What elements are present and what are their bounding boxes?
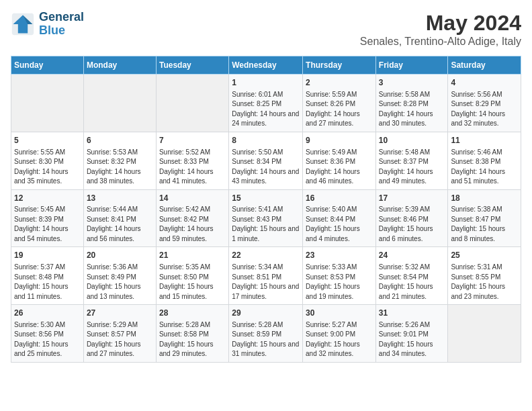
calendar-cell: 14Sunrise: 5:42 AM Sunset: 8:42 PM Dayli… (156, 189, 228, 247)
calendar-cell: 11Sunrise: 5:46 AM Sunset: 8:38 PM Dayli… (448, 132, 521, 189)
calendar-subtitle: Senales, Trentino-Alto Adige, Italy (360, 36, 521, 48)
day-info: Sunrise: 5:34 AM Sunset: 8:51 PM Dayligh… (232, 263, 300, 302)
day-info: Sunrise: 5:52 AM Sunset: 8:33 PM Dayligh… (159, 148, 226, 187)
day-info: Sunrise: 5:42 AM Sunset: 8:42 PM Dayligh… (159, 205, 226, 244)
day-number: 8 (232, 135, 300, 146)
day-number: 20 (87, 250, 153, 261)
calendar-week-row: 1Sunrise: 6:01 AM Sunset: 8:25 PM Daylig… (11, 75, 521, 132)
calendar-cell: 2Sunrise: 5:59 AM Sunset: 8:26 PM Daylig… (303, 75, 376, 132)
day-info: Sunrise: 5:36 AM Sunset: 8:49 PM Dayligh… (87, 263, 153, 302)
calendar-table: SundayMondayTuesdayWednesdayThursdayFrid… (11, 56, 521, 363)
calendar-cell: 1Sunrise: 6:01 AM Sunset: 8:25 PM Daylig… (229, 75, 303, 132)
calendar-cell: 5Sunrise: 5:55 AM Sunset: 8:30 PM Daylig… (11, 132, 84, 189)
calendar-cell (83, 75, 156, 132)
day-info: Sunrise: 5:38 AM Sunset: 8:47 PM Dayligh… (451, 205, 518, 244)
calendar-cell: 7Sunrise: 5:52 AM Sunset: 8:33 PM Daylig… (156, 132, 228, 189)
day-number: 15 (232, 193, 300, 204)
calendar-cell: 23Sunrise: 5:33 AM Sunset: 8:53 PM Dayli… (303, 247, 376, 305)
day-info: Sunrise: 5:56 AM Sunset: 8:29 PM Dayligh… (451, 90, 518, 129)
day-number: 2 (306, 77, 373, 89)
logo-icon (11, 12, 35, 36)
day-info: Sunrise: 5:50 AM Sunset: 8:34 PM Dayligh… (232, 148, 300, 187)
day-number: 6 (87, 135, 153, 146)
calendar-cell: 15Sunrise: 5:41 AM Sunset: 8:43 PM Dayli… (229, 189, 303, 247)
day-info: Sunrise: 5:39 AM Sunset: 8:46 PM Dayligh… (379, 205, 445, 244)
day-number: 24 (379, 250, 445, 261)
weekday-header: Saturday (448, 56, 521, 75)
calendar-cell: 26Sunrise: 5:30 AM Sunset: 8:56 PM Dayli… (11, 305, 84, 363)
calendar-body: 1Sunrise: 6:01 AM Sunset: 8:25 PM Daylig… (11, 75, 521, 363)
day-info: Sunrise: 5:40 AM Sunset: 8:44 PM Dayligh… (306, 205, 373, 244)
calendar-cell: 16Sunrise: 5:40 AM Sunset: 8:44 PM Dayli… (303, 189, 376, 247)
day-number: 11 (451, 135, 518, 146)
day-info: Sunrise: 5:49 AM Sunset: 8:36 PM Dayligh… (306, 148, 373, 187)
weekday-header: Sunday (11, 56, 84, 75)
day-info: Sunrise: 5:48 AM Sunset: 8:37 PM Dayligh… (379, 148, 445, 187)
weekday-header: Wednesday (229, 56, 303, 75)
day-info: Sunrise: 5:35 AM Sunset: 8:50 PM Dayligh… (159, 263, 226, 302)
calendar-cell: 6Sunrise: 5:53 AM Sunset: 8:32 PM Daylig… (83, 132, 156, 189)
calendar-cell: 31Sunrise: 5:26 AM Sunset: 9:01 PM Dayli… (375, 305, 448, 363)
calendar-cell: 27Sunrise: 5:29 AM Sunset: 8:57 PM Dayli… (83, 305, 156, 363)
day-info: Sunrise: 5:32 AM Sunset: 8:54 PM Dayligh… (379, 263, 445, 302)
calendar-cell: 12Sunrise: 5:45 AM Sunset: 8:39 PM Dayli… (11, 189, 84, 247)
calendar-cell: 28Sunrise: 5:28 AM Sunset: 8:58 PM Dayli… (156, 305, 228, 363)
day-info: Sunrise: 5:26 AM Sunset: 9:01 PM Dayligh… (379, 320, 445, 359)
calendar-week-row: 12Sunrise: 5:45 AM Sunset: 8:39 PM Dayli… (11, 189, 521, 247)
calendar-cell: 13Sunrise: 5:44 AM Sunset: 8:41 PM Dayli… (83, 189, 156, 247)
calendar-cell: 17Sunrise: 5:39 AM Sunset: 8:46 PM Dayli… (375, 189, 448, 247)
calendar-week-row: 5Sunrise: 5:55 AM Sunset: 8:30 PM Daylig… (11, 132, 521, 189)
calendar-cell (448, 305, 521, 363)
day-info: Sunrise: 5:59 AM Sunset: 8:26 PM Dayligh… (306, 90, 373, 129)
calendar-cell: 20Sunrise: 5:36 AM Sunset: 8:49 PM Dayli… (83, 247, 156, 305)
day-number: 13 (87, 193, 153, 204)
day-number: 17 (379, 193, 445, 204)
calendar-cell: 8Sunrise: 5:50 AM Sunset: 8:34 PM Daylig… (229, 132, 303, 189)
title-area: May 2024 Senales, Trentino-Alto Adige, I… (360, 11, 521, 48)
day-number: 23 (306, 250, 373, 261)
calendar-week-row: 26Sunrise: 5:30 AM Sunset: 8:56 PM Dayli… (11, 305, 521, 363)
day-info: Sunrise: 5:27 AM Sunset: 9:00 PM Dayligh… (306, 320, 373, 359)
weekday-header: Tuesday (156, 56, 228, 75)
calendar-cell: 19Sunrise: 5:37 AM Sunset: 8:48 PM Dayli… (11, 247, 84, 305)
day-number: 25 (451, 250, 518, 261)
calendar-cell: 29Sunrise: 5:28 AM Sunset: 8:59 PM Dayli… (229, 305, 303, 363)
day-number: 29 (232, 308, 300, 319)
day-info: Sunrise: 5:44 AM Sunset: 8:41 PM Dayligh… (87, 205, 153, 244)
day-info: Sunrise: 5:31 AM Sunset: 8:55 PM Dayligh… (451, 263, 518, 302)
day-info: Sunrise: 5:58 AM Sunset: 8:28 PM Dayligh… (379, 90, 445, 129)
day-number: 14 (159, 193, 226, 204)
day-number: 18 (451, 193, 518, 204)
calendar-cell: 25Sunrise: 5:31 AM Sunset: 8:55 PM Dayli… (448, 247, 521, 305)
day-number: 3 (379, 77, 445, 89)
day-number: 28 (159, 308, 226, 319)
calendar-cell: 4Sunrise: 5:56 AM Sunset: 8:29 PM Daylig… (448, 75, 521, 132)
calendar-cell: 9Sunrise: 5:49 AM Sunset: 8:36 PM Daylig… (303, 132, 376, 189)
day-info: Sunrise: 5:45 AM Sunset: 8:39 PM Dayligh… (14, 205, 81, 244)
day-info: Sunrise: 6:01 AM Sunset: 8:25 PM Dayligh… (232, 90, 300, 129)
weekday-header: Friday (375, 56, 448, 75)
day-number: 10 (379, 135, 445, 146)
day-info: Sunrise: 5:41 AM Sunset: 8:43 PM Dayligh… (232, 205, 300, 244)
calendar-cell: 21Sunrise: 5:35 AM Sunset: 8:50 PM Dayli… (156, 247, 228, 305)
calendar-header-row: SundayMondayTuesdayWednesdayThursdayFrid… (11, 56, 521, 75)
calendar-cell: 3Sunrise: 5:58 AM Sunset: 8:28 PM Daylig… (375, 75, 448, 132)
calendar-cell (11, 75, 84, 132)
day-info: Sunrise: 5:55 AM Sunset: 8:30 PM Dayligh… (14, 148, 81, 187)
day-number: 1 (232, 77, 300, 89)
day-number: 22 (232, 250, 300, 261)
day-number: 26 (14, 308, 81, 319)
day-info: Sunrise: 5:28 AM Sunset: 8:58 PM Dayligh… (159, 320, 226, 359)
day-number: 16 (306, 193, 373, 204)
day-info: Sunrise: 5:28 AM Sunset: 8:59 PM Dayligh… (232, 320, 300, 359)
day-number: 5 (14, 135, 81, 146)
day-number: 9 (306, 135, 373, 146)
day-info: Sunrise: 5:37 AM Sunset: 8:48 PM Dayligh… (14, 263, 81, 302)
calendar-title: May 2024 (360, 11, 521, 36)
calendar-cell: 30Sunrise: 5:27 AM Sunset: 9:00 PM Dayli… (303, 305, 376, 363)
calendar-cell: 18Sunrise: 5:38 AM Sunset: 8:47 PM Dayli… (448, 189, 521, 247)
day-info: Sunrise: 5:33 AM Sunset: 8:53 PM Dayligh… (306, 263, 373, 302)
weekday-header: Thursday (303, 56, 376, 75)
day-number: 27 (87, 308, 153, 319)
weekday-header: Monday (83, 56, 156, 75)
